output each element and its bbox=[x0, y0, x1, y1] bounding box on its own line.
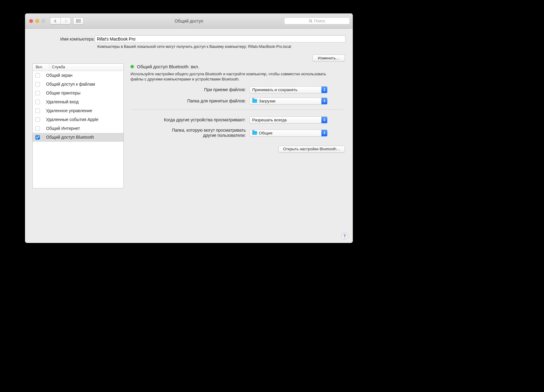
sharing-preferences-window: Общий доступ Поиск Имя компьютера: Компь… bbox=[25, 13, 353, 243]
service-label: Общий доступ к файлам bbox=[46, 82, 95, 87]
window-controls bbox=[29, 19, 45, 23]
service-checkbox[interactable] bbox=[35, 135, 40, 140]
svg-point-0 bbox=[310, 20, 312, 22]
nav-buttons bbox=[50, 17, 71, 24]
open-bluetooth-settings-button[interactable]: Открыть настройки Bluetooth… bbox=[278, 146, 345, 152]
minimize-icon[interactable] bbox=[35, 19, 39, 23]
service-row[interactable]: Удаленные события Apple bbox=[33, 115, 123, 124]
share-folder-label: Папка, которую могут просматривать други… bbox=[131, 128, 249, 138]
column-service[interactable]: Служба bbox=[49, 64, 123, 71]
status-title: Общий доступ Bluetooth: вкл. bbox=[137, 64, 199, 69]
browse-label: Когда другие устройства просматривают: bbox=[131, 117, 249, 122]
service-row[interactable]: Удаленное управление bbox=[33, 106, 123, 115]
stepper-icon bbox=[321, 98, 327, 104]
service-checkbox[interactable] bbox=[35, 126, 40, 131]
service-checkbox[interactable] bbox=[35, 82, 40, 87]
local-hostname-text: Компьютеры в Вашей локальной сети могут … bbox=[97, 44, 292, 49]
content-area: Имя компьютера: Компьютеры в Вашей локал… bbox=[25, 29, 353, 243]
chevron-left-icon bbox=[54, 20, 57, 23]
browse-action-value: Разрешать всегда bbox=[252, 118, 287, 122]
receive-action-select[interactable]: Принимать и сохранять bbox=[249, 86, 327, 93]
service-label: Общий доступ Bluetooth bbox=[46, 135, 94, 140]
computer-name-field[interactable] bbox=[95, 35, 345, 42]
service-label: Удаленное управление bbox=[46, 108, 92, 113]
search-placeholder: Поиск bbox=[314, 19, 325, 23]
stepper-icon bbox=[321, 130, 327, 136]
services-list[interactable]: Вкл. Служба Общий экранОбщий доступ к фа… bbox=[32, 63, 124, 188]
chevron-right-icon bbox=[64, 20, 67, 23]
zoom-icon bbox=[41, 19, 45, 23]
service-row[interactable]: Общие принтеры bbox=[33, 89, 123, 98]
service-checkbox[interactable] bbox=[35, 91, 40, 95]
svg-line-1 bbox=[311, 21, 312, 22]
service-checkbox[interactable] bbox=[35, 109, 40, 113]
close-icon[interactable] bbox=[29, 19, 33, 23]
search-icon bbox=[309, 19, 313, 23]
receive-label: При приеме файлов: bbox=[131, 87, 249, 92]
computer-name-label: Имя компьютера: bbox=[32, 37, 95, 41]
service-row[interactable]: Общий доступ к файлам bbox=[33, 80, 123, 89]
service-label: Удаленные события Apple bbox=[46, 117, 98, 122]
service-label: Удаленный вход bbox=[46, 99, 79, 104]
grid-icon bbox=[76, 19, 81, 23]
divider bbox=[131, 109, 345, 110]
stepper-icon bbox=[321, 117, 327, 123]
service-label: Общие принтеры bbox=[46, 91, 81, 95]
service-row[interactable]: Удаленный вход bbox=[33, 98, 123, 106]
service-row[interactable]: Общий экран bbox=[33, 71, 123, 80]
service-label: Общий экран bbox=[46, 73, 73, 78]
edit-hostname-button[interactable]: Изменить… bbox=[313, 55, 345, 61]
service-label: Общий Интернет bbox=[46, 126, 80, 131]
service-checkbox[interactable] bbox=[35, 73, 40, 78]
stepper-icon bbox=[321, 87, 327, 93]
search-input[interactable]: Поиск bbox=[284, 17, 350, 24]
services-list-header: Вкл. Служба bbox=[33, 64, 123, 71]
show-all-button[interactable] bbox=[73, 17, 84, 24]
receive-folder-value: Загрузки bbox=[259, 99, 275, 103]
service-description: Используйте настройки общего доступа Blu… bbox=[131, 72, 335, 82]
service-row[interactable]: Общий Интернет bbox=[33, 124, 123, 133]
titlebar: Общий доступ Поиск bbox=[25, 13, 353, 29]
service-checkbox[interactable] bbox=[35, 117, 40, 122]
forward-button[interactable] bbox=[60, 17, 71, 24]
share-folder-select[interactable]: Общие bbox=[249, 130, 327, 137]
receive-folder-label: Папка для принятых файлов: bbox=[131, 98, 249, 103]
status-indicator-icon bbox=[131, 65, 134, 68]
receive-action-value: Принимать и сохранять bbox=[252, 87, 298, 92]
service-row[interactable]: Общий доступ Bluetooth bbox=[33, 133, 123, 142]
folder-icon bbox=[252, 131, 257, 135]
folder-icon bbox=[252, 99, 257, 103]
column-on[interactable]: Вкл. bbox=[33, 64, 49, 71]
back-button[interactable] bbox=[50, 17, 60, 24]
service-detail: Общий доступ Bluetooth: вкл. Используйте… bbox=[131, 63, 345, 152]
help-button[interactable]: ? bbox=[341, 233, 348, 239]
share-folder-value: Общие bbox=[259, 131, 272, 135]
browse-action-select[interactable]: Разрешать всегда bbox=[249, 116, 327, 123]
service-checkbox[interactable] bbox=[35, 100, 40, 104]
receive-folder-select[interactable]: Загрузки bbox=[249, 98, 327, 105]
